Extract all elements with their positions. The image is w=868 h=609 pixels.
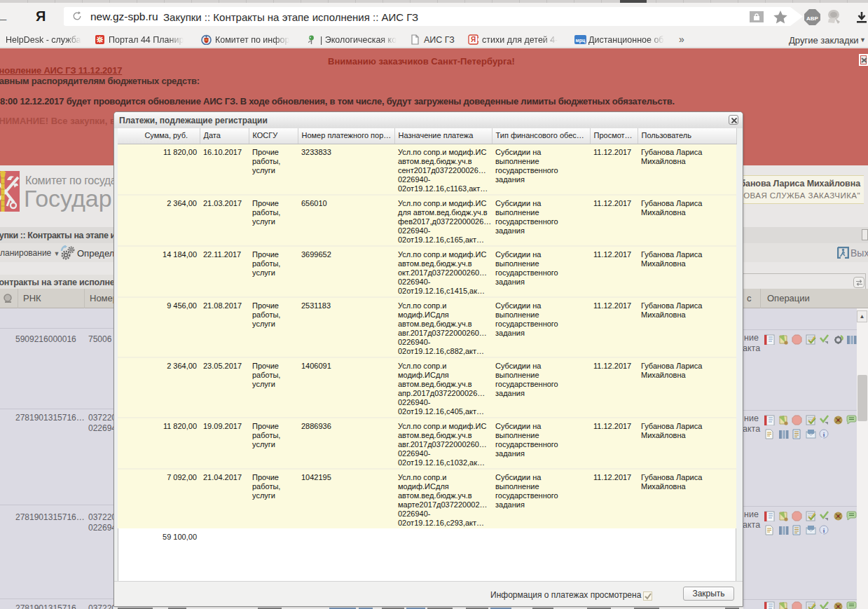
svg-text:ABP: ABP	[806, 15, 819, 22]
svg-text:Я: Я	[471, 36, 476, 43]
svg-text:мрц: мрц	[576, 38, 586, 43]
